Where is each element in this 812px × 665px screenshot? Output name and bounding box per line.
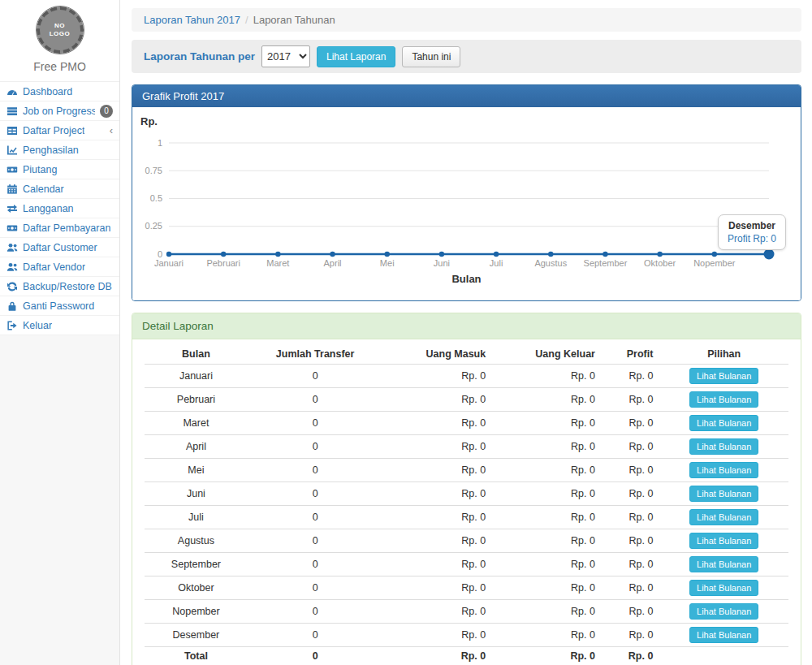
- chart-x-axis-title: Bulan: [132, 273, 801, 285]
- table-cell: Rp. 0: [602, 646, 659, 665]
- sidebar-item-job-on-progress[interactable]: Job on Progress0: [0, 101, 119, 121]
- table-cell: Rp. 0: [602, 387, 659, 411]
- sidebar-item-daftar-customer[interactable]: Daftar Customer: [0, 238, 119, 257]
- table-row: Pebruari0Rp. 0Rp. 0Rp. 0Lihat Bulanan: [145, 387, 788, 411]
- table-cell: Rp. 0: [602, 411, 659, 434]
- lihat-bulanan-button[interactable]: Lihat Bulanan: [689, 533, 758, 549]
- lihat-bulanan-button[interactable]: Lihat Bulanan: [689, 509, 758, 525]
- table-cell: September: [145, 552, 248, 576]
- action-cell: Lihat Bulanan: [659, 505, 788, 529]
- table-cell: Rp. 0: [492, 411, 602, 434]
- sidebar-item-penghasilan[interactable]: Penghasilan: [0, 140, 119, 160]
- action-cell: Lihat Bulanan: [659, 623, 788, 646]
- year-select[interactable]: 2017: [261, 45, 310, 67]
- lihat-bulanan-button[interactable]: Lihat Bulanan: [689, 438, 758, 455]
- lihat-bulanan-button[interactable]: Lihat Bulanan: [689, 415, 758, 431]
- lihat-bulanan-button[interactable]: Lihat Bulanan: [689, 462, 758, 478]
- lihat-bulanan-button[interactable]: Lihat Bulanan: [689, 580, 758, 596]
- table-cell: 0: [248, 576, 383, 599]
- table-row: Mei0Rp. 0Rp. 0Rp. 0Lihat Bulanan: [145, 458, 788, 481]
- table-row: Januari0Rp. 0Rp. 0Rp. 0Lihat Bulanan: [145, 364, 788, 387]
- this-year-button[interactable]: Tahun ini: [402, 46, 460, 67]
- action-cell: Lihat Bulanan: [659, 411, 788, 434]
- table-cell: 0: [248, 458, 383, 481]
- sidebar-item-daftar-project[interactable]: Daftar Project‹: [0, 121, 119, 140]
- svg-text:Oktober: Oktober: [644, 258, 676, 268]
- table-cell: 0: [248, 387, 383, 411]
- table-cell: Pebruari: [145, 387, 248, 411]
- sidebar-item-label: Daftar Project: [23, 125, 84, 136]
- lihat-bulanan-button[interactable]: Lihat Bulanan: [689, 368, 758, 384]
- detail-panel-body: BulanJumlah TransferUang MasukUang Kelua…: [132, 339, 801, 665]
- table-row: Desember0Rp. 0Rp. 0Rp. 0Lihat Bulanan: [145, 623, 788, 646]
- monthly-report-table: BulanJumlah TransferUang MasukUang Kelua…: [145, 344, 788, 665]
- sidebar-item-piutang[interactable]: Piutang: [0, 160, 119, 179]
- calendar-icon: [6, 184, 18, 195]
- table-cell: 0: [248, 411, 383, 434]
- sidebar-item-keluar[interactable]: Keluar: [0, 316, 119, 335]
- svg-text:September: September: [584, 258, 628, 268]
- refresh-icon: [6, 281, 18, 292]
- svg-text:0.75: 0.75: [145, 166, 162, 175]
- main-content: Laporan Tahun 2017/Laporan Tahunan Lapor…: [121, 0, 812, 665]
- table-cell: Maret: [145, 411, 248, 434]
- sidebar-item-dashboard[interactable]: Dashboard: [0, 82, 119, 101]
- lock-icon: [6, 300, 18, 312]
- breadcrumb-link[interactable]: Laporan Tahun 2017: [144, 14, 240, 26]
- table-cell: 0: [248, 434, 383, 458]
- sidebar-item-label: Daftar Customer: [23, 242, 97, 253]
- table-cell: Rp. 0: [492, 646, 602, 665]
- sidebar-item-backup-restore-db[interactable]: Backup/Restore DB: [0, 277, 119, 296]
- table-cell: Rp. 0: [492, 505, 602, 529]
- table-cell: Juli: [145, 505, 248, 529]
- table-cell: Rp. 0: [602, 552, 659, 576]
- chevron-left-icon: ‹: [110, 126, 113, 136]
- table-cell: Oktober: [145, 576, 248, 599]
- lihat-bulanan-button[interactable]: Lihat Bulanan: [689, 627, 758, 643]
- detail-panel-title: Detail Laporan: [132, 313, 801, 339]
- sidebar-item-calendar[interactable]: Calendar: [0, 179, 119, 199]
- view-report-button[interactable]: Lihat Laporan: [317, 46, 395, 67]
- table-cell: Rp. 0: [492, 481, 602, 505]
- table-cell: Rp. 0: [382, 505, 492, 529]
- table-cell: Rp. 0: [382, 387, 492, 411]
- lihat-bulanan-button[interactable]: Lihat Bulanan: [689, 391, 758, 408]
- money-icon: [6, 164, 18, 175]
- breadcrumb-current: Laporan Tahunan: [253, 14, 335, 26]
- sidebar-item-daftar-pembayaran[interactable]: Daftar Pembayaran: [0, 218, 119, 238]
- sign-out-icon: [6, 320, 18, 331]
- sidebar-item-langganan[interactable]: Langganan: [0, 199, 119, 218]
- chart-tooltip: Desember Profit Rp: 0: [718, 214, 786, 250]
- sidebar-item-daftar-vendor[interactable]: Daftar Vendor: [0, 257, 119, 277]
- sidebar-item-label: Penghasilan: [23, 145, 79, 156]
- table-cell: Rp. 0: [492, 552, 602, 576]
- svg-text:Juli: Juli: [490, 258, 503, 268]
- sidebar: NO LOGO Free PMO DashboardJob on Progres…: [0, 0, 120, 665]
- lihat-bulanan-button[interactable]: Lihat Bulanan: [689, 556, 758, 572]
- svg-text:0.5: 0.5: [150, 193, 162, 203]
- action-cell: [659, 646, 788, 665]
- no-logo-badge: NO LOGO: [37, 6, 84, 54]
- table-icon: [6, 125, 18, 136]
- dashboard-icon: [6, 86, 18, 97]
- total-row: Total0Rp. 0Rp. 0Rp. 0: [145, 646, 788, 665]
- table-cell: 0: [248, 599, 383, 623]
- table-cell: Total: [145, 646, 248, 665]
- table-cell: Rp. 0: [492, 623, 602, 646]
- page: NO LOGO Free PMO DashboardJob on Progres…: [0, 0, 812, 665]
- lihat-bulanan-button[interactable]: Lihat Bulanan: [689, 603, 758, 620]
- table-cell: Rp. 0: [382, 576, 492, 599]
- svg-text:Pebruari: Pebruari: [206, 258, 240, 268]
- svg-text:Juni: Juni: [434, 258, 450, 268]
- detail-report-panel: Detail Laporan BulanJumlah TransferUang …: [132, 313, 801, 665]
- table-cell: Rp. 0: [602, 434, 659, 458]
- chart-y-axis-title: Rp.: [140, 115, 158, 127]
- sidebar-item-ganti-password[interactable]: Ganti Password: [0, 296, 119, 316]
- table-row: Maret0Rp. 0Rp. 0Rp. 0Lihat Bulanan: [145, 411, 788, 434]
- column-header: Pilihan: [659, 344, 788, 364]
- svg-text:0.25: 0.25: [145, 221, 162, 231]
- table-cell: 0: [248, 481, 383, 505]
- column-header: Bulan: [145, 344, 248, 364]
- lihat-bulanan-button[interactable]: Lihat Bulanan: [689, 486, 758, 502]
- sidebar-item-label: Calendar: [23, 184, 64, 195]
